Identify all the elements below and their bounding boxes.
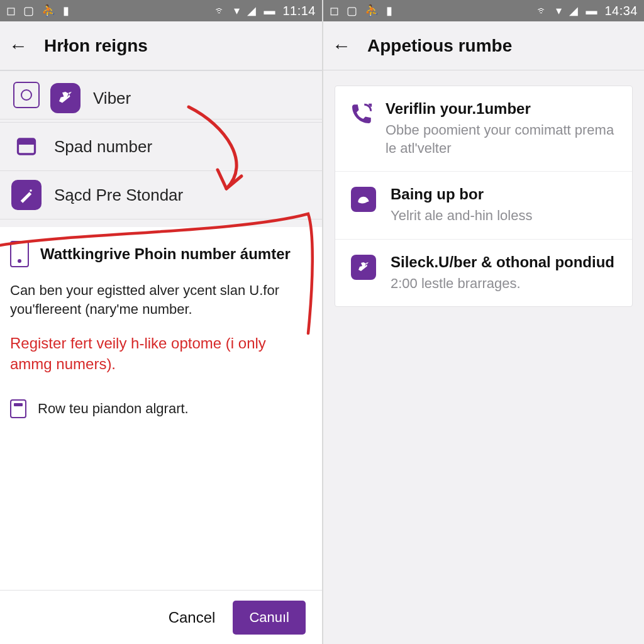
person-icon: ⛹ (42, 4, 55, 18)
phone-right: ◻ ▢ ⛹ ▮ ᯤ ▾ ◢ ▬ 14:34 ← Appetious rumbe … (322, 0, 644, 644)
row-label: Viber (93, 89, 131, 108)
panel-red-note: Register fert veily h-like optome (i onl… (10, 333, 312, 374)
battery-icon: ▬ (586, 4, 597, 18)
wand-icon (11, 180, 42, 210)
wifi-full-icon: ▾ (556, 4, 562, 18)
viber-icon (348, 255, 379, 293)
card-title: Veriflin your.1umber (386, 100, 619, 118)
clock: 14:34 (604, 4, 638, 18)
back-icon[interactable]: ← (9, 36, 28, 55)
sim-icon: ▮ (386, 4, 392, 18)
panel-last-line: Row teu piandon algrart. (10, 399, 312, 418)
panel-last-text: Row teu piandon algrart. (38, 401, 189, 417)
phone-icon (10, 241, 29, 267)
svg-point-2 (30, 189, 32, 192)
svg-rect-1 (18, 139, 35, 145)
square-icon: ◻ (6, 4, 16, 18)
card-subtitle: Yelrit ale and-hin loless (391, 207, 532, 225)
info-panel: Wattkingrive Phoin number áumter Can ben… (0, 227, 322, 590)
panel-title: Wattkingrive Phoin number áumter (40, 245, 291, 263)
panel-body: Can ben your egistted alver ycent slan U… (10, 281, 312, 318)
battery-icon: ▬ (264, 4, 275, 18)
back-icon[interactable]: ← (332, 36, 351, 55)
square-icon: ◻ (330, 4, 339, 18)
row-pre-stondar[interactable]: Sącd Pre Stondar (0, 171, 322, 219)
card-item-verify[interactable]: Veriflin your.1umber Obbe poomient your … (335, 86, 632, 172)
card-item-backup[interactable]: Baing up bor Yelrit ale and-hin loless (335, 172, 632, 240)
clock: 11:14 (282, 4, 316, 18)
signal-icon: ◢ (247, 4, 256, 18)
wifi-full-icon: ▾ (234, 4, 240, 18)
viber-icon (50, 83, 80, 113)
card-item-select[interactable]: Sileck.U/ber & othonal pondiud 2:00 lest… (335, 240, 632, 307)
footer: Cancel Canuıl (0, 590, 322, 644)
app-bar: ← Hrłon reigns (0, 21, 322, 70)
person-icon: ⛹ (365, 4, 379, 18)
cancel-button[interactable]: Cancel (169, 609, 216, 626)
row-spad-number[interactable]: Spad number (0, 123, 322, 171)
card: Veriflin your.1umber Obbe poomient your … (335, 86, 633, 307)
clipboard-icon (10, 399, 26, 418)
page-title: Appetious rumbe (367, 36, 512, 56)
wifi-icon: ᯤ (215, 4, 226, 18)
image-icon: ▢ (347, 4, 357, 18)
status-bar: ◻ ▢ ⛹ ▮ ᯤ ▾ ◢ ▬ 11:14 (0, 0, 322, 21)
cards-area: Veriflin your.1umber Obbe poomient your … (323, 70, 644, 322)
row-label: Sącd Pre Stondar (54, 186, 183, 205)
card-subtitle: 2:00 lestle brarrages. (391, 275, 614, 293)
animal-icon (348, 187, 379, 225)
phone-left: ◻ ▢ ⛹ ▮ ᯤ ▾ ◢ ▬ 11:14 ← Hrłon reigns Vib… (0, 0, 322, 644)
confirm-button[interactable]: Canuıl (233, 601, 306, 635)
contact-icon (13, 82, 40, 108)
options-list: Viber Spad number Sącd Pre Stondar (0, 70, 322, 219)
app-bar: ← Appetious rumbe (323, 21, 644, 70)
card-title: Sileck.U/ber & othonal pondiud (391, 253, 614, 271)
signal-icon: ◢ (569, 4, 578, 18)
row-label: Spad number (54, 137, 152, 157)
card-subtitle: Obbe poomient your comimatt prema le atl… (386, 121, 619, 157)
wifi-icon: ᯤ (537, 4, 548, 18)
page-title: Hrłon reigns (44, 36, 148, 56)
box-icon (11, 131, 42, 162)
sim-icon: ▮ (63, 4, 69, 18)
card-title: Baing up bor (391, 186, 532, 203)
image-icon: ▢ (23, 4, 34, 18)
status-bar: ◻ ▢ ⛹ ▮ ᯤ ▾ ◢ ▬ 14:34 (323, 0, 644, 21)
row-viber[interactable]: Viber (0, 74, 322, 123)
phone-refresh-icon (348, 101, 374, 157)
